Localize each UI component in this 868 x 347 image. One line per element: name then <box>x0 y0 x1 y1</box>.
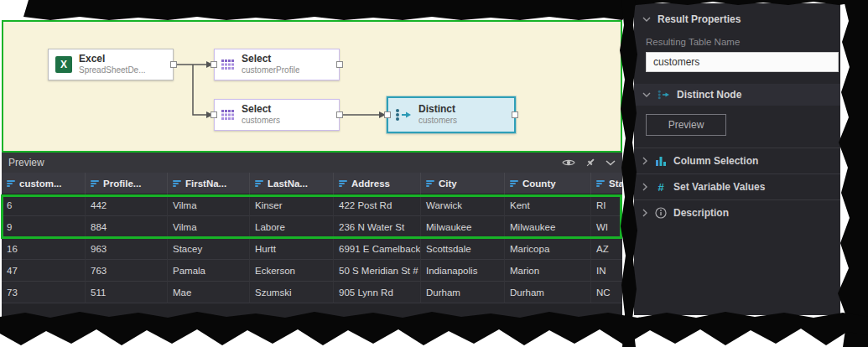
resulting-table-name-input[interactable] <box>646 52 839 72</box>
table-cell: 50 S Meridian St # <box>334 260 421 282</box>
table-cell: Maricopa <box>505 238 591 260</box>
section-label: Distinct Node <box>677 89 741 101</box>
filter-sort-icon <box>426 179 434 188</box>
section-column-selection[interactable]: Column Selection <box>634 148 840 174</box>
table-row[interactable]: 16963StaceyHurtt6991 E CamelbackScottsda… <box>2 238 622 260</box>
table-cell: Durham <box>505 282 591 303</box>
table-cell: 47 <box>2 260 86 282</box>
filter-sort-icon <box>7 179 15 188</box>
column-header-label: Profile... <box>103 179 141 189</box>
table-cell: 16 <box>2 238 86 260</box>
table-cell: Warwick <box>421 194 505 216</box>
output-port[interactable] <box>170 61 177 68</box>
connection-lines <box>3 22 621 151</box>
section-label: Result Properties <box>657 13 741 25</box>
section-label: Description <box>673 207 729 219</box>
preview-table: custom...Profile...FirstNa...LastNa...Ad… <box>2 173 622 303</box>
table-body: 6442VilmaKinser422 Post RdWarwickKentRI9… <box>2 194 622 303</box>
distinct-icon <box>657 90 670 100</box>
column-header[interactable]: Address <box>334 173 421 194</box>
select-grid-icon <box>221 60 235 70</box>
column-header-label: Address <box>351 179 390 189</box>
eye-icon[interactable] <box>562 158 575 168</box>
column-header[interactable]: City <box>421 173 505 194</box>
input-port[interactable] <box>211 61 217 68</box>
input-port[interactable] <box>211 111 217 118</box>
node-title: Select <box>242 54 299 65</box>
resulting-table-name-label: Resulting Table Name <box>646 37 840 47</box>
preview-title: Preview <box>8 157 44 168</box>
table-cell: 236 N Water St <box>334 216 421 238</box>
node-select-customers[interactable]: Select customers <box>214 99 340 131</box>
column-header-label: City <box>439 179 457 189</box>
node-subtitle: SpreadSheetDe... <box>79 65 146 75</box>
node-subtitle: customers <box>418 116 457 126</box>
input-port[interactable] <box>384 111 391 118</box>
column-header[interactable]: custom... <box>2 173 86 194</box>
table-cell: Vilma <box>168 194 250 216</box>
table-cell: Indianapolis <box>421 260 505 282</box>
section-distinct-node[interactable]: Distinct Node <box>634 84 840 106</box>
preview-header: Preview <box>2 153 622 173</box>
section-set-variable-values[interactable]: # Set Variable Values <box>634 174 840 199</box>
properties-panel: Result Properties Resulting Table Name D… <box>634 3 840 315</box>
table-cell: Scottsdale <box>421 238 505 260</box>
column-header[interactable]: LastNa... <box>250 173 334 194</box>
column-header-label: FirstNa... <box>185 179 226 189</box>
table-cell: 422 Post Rd <box>334 194 421 216</box>
node-distinct-customers[interactable]: Distinct customers <box>387 96 516 133</box>
table-cell: Kent <box>505 194 591 216</box>
table-cell: Mae <box>168 282 250 303</box>
node-select-customerprofile[interactable]: Select customerProfile <box>214 49 340 80</box>
column-header[interactable]: County <box>505 173 591 194</box>
table-cell: Kinser <box>250 194 334 216</box>
output-port[interactable] <box>512 111 518 118</box>
table-row[interactable]: 47763PamalaEckerson50 S Meridian St #Ind… <box>2 260 622 282</box>
table-cell: 6991 E Camelback <box>334 238 421 260</box>
column-header[interactable]: FirstNa... <box>168 173 250 194</box>
chevron-down-icon <box>642 92 651 98</box>
table-cell: Hurtt <box>250 238 334 260</box>
column-selection-icon <box>655 155 667 167</box>
section-description[interactable]: Description <box>634 199 840 225</box>
output-port[interactable] <box>336 61 343 68</box>
table-cell: 963 <box>86 238 168 260</box>
node-subtitle: customers <box>242 116 280 126</box>
select-grid-icon <box>221 110 235 121</box>
table-cell: 905 Lynn Rd <box>334 282 421 303</box>
table-cell: Szumski <box>250 282 334 303</box>
table-cell: Durham <box>421 282 505 303</box>
workflow-canvas[interactable]: X Excel SpreadSheetDe... Select customer… <box>2 20 622 153</box>
preview-button[interactable]: Preview <box>646 114 726 136</box>
table-row[interactable]: 6442VilmaKinser422 Post RdWarwickKentRI <box>2 194 622 216</box>
node-excel-input[interactable]: X Excel SpreadSheetDe... <box>48 49 174 80</box>
filter-sort-icon <box>596 179 605 188</box>
chevron-right-icon <box>642 157 648 165</box>
filter-sort-icon <box>255 179 263 188</box>
table-cell: Labore <box>250 216 334 238</box>
output-port[interactable] <box>336 111 343 118</box>
node-title: Distinct <box>418 104 457 116</box>
chevron-down-icon[interactable] <box>606 160 616 166</box>
table-row[interactable]: 9884VilmaLabore236 N Water StMilwaukeeMi… <box>2 216 622 238</box>
preview-panel: Preview custom...Profi <box>2 153 622 319</box>
node-title: Select <box>242 104 280 116</box>
table-cell: 763 <box>86 260 168 282</box>
table-cell: Marion <box>505 260 591 282</box>
table-row[interactable]: 73511MaeSzumski905 Lynn RdDurhamDurhamNC <box>2 282 622 303</box>
section-label: Set Variable Values <box>673 181 765 193</box>
column-header[interactable]: Profile... <box>86 173 168 194</box>
set-variable-values-icon: # <box>655 181 667 194</box>
description-info-icon <box>655 207 667 219</box>
table-cell: Eckerson <box>250 260 334 282</box>
table-cell: Milwaukee <box>421 216 505 238</box>
section-result-properties[interactable]: Result Properties <box>634 8 840 30</box>
chevron-down-icon <box>642 17 651 23</box>
table-cell: 884 <box>86 216 168 238</box>
pin-icon[interactable] <box>585 158 595 168</box>
table-cell: Stacey <box>168 238 250 260</box>
column-header[interactable]: Sta <box>591 173 622 194</box>
table-cell: RI <box>591 194 622 216</box>
table-cell: AZ <box>591 238 622 260</box>
table-cell: 9 <box>2 216 86 238</box>
